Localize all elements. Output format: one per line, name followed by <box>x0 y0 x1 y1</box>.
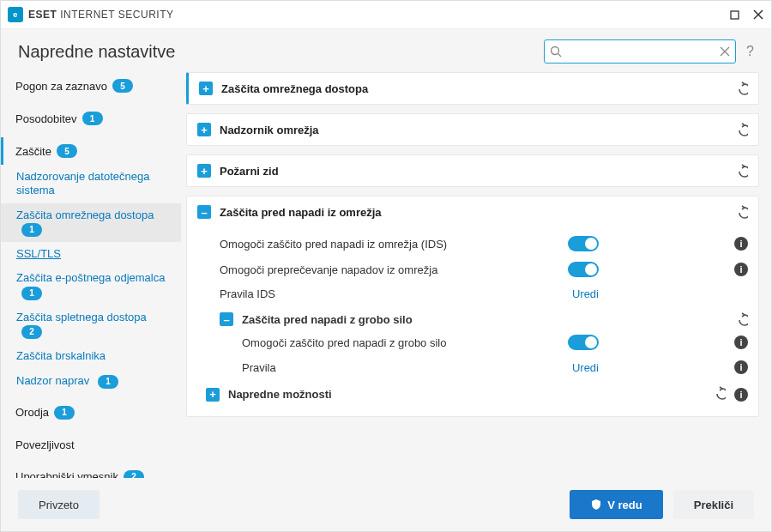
clear-search-icon[interactable] <box>720 46 730 57</box>
sidebar-sub-device-control[interactable]: Nadzor naprav 1 <box>1 369 181 394</box>
info-icon[interactable]: i <box>734 388 748 402</box>
subsection-brute-force[interactable]: – Zaščita pred napadi z grobo silo <box>197 305 748 329</box>
window-close-icon[interactable] <box>752 9 764 21</box>
edit-link[interactable]: Uredi <box>572 287 599 300</box>
expand-icon[interactable]: + <box>197 123 211 136</box>
sidebar-sub-label: Zaščita omrežnega dostopa <box>16 209 154 221</box>
collapse-icon[interactable]: – <box>197 205 211 219</box>
app-brand: e ESET INTERNET SECURITY <box>8 7 173 22</box>
default-button[interactable]: Privzeto <box>18 490 100 519</box>
setting-row-bruteforce-enable: Omogoči zaščito pred napadi z grobo silo… <box>197 329 748 355</box>
shield-icon <box>590 499 602 511</box>
info-icon[interactable]: i <box>734 336 748 349</box>
setting-row-ids-rules: Pravila IDS Uredi <box>197 282 748 305</box>
brand-rest: INTERNET SECURITY <box>60 9 173 21</box>
sidebar-item-label: Orodja <box>15 406 49 419</box>
sidebar-item-update[interactable]: Posodobitev 1 <box>1 105 181 132</box>
info-icon[interactable]: i <box>734 237 748 251</box>
panel-title: Požarni zid <box>220 165 279 178</box>
toggle-ids[interactable] <box>568 236 599 251</box>
button-label: Privzeto <box>39 499 79 511</box>
panel-network-access-protection: + Zaščita omrežnega dostopa <box>186 72 759 105</box>
search-icon <box>550 45 562 57</box>
ok-button[interactable]: V redu <box>570 490 662 519</box>
subsection-title: Zaščita pred napadi z grobo silo <box>242 313 413 326</box>
expand-icon[interactable]: + <box>206 388 220 402</box>
setting-row-prevent-attacks: Omogoči preprečevanje napadov iz omrežja… <box>197 257 748 282</box>
sidebar-sub-network-access[interactable]: Zaščita omrežnega dostopa 1 <box>1 203 181 243</box>
toggle-bruteforce[interactable] <box>568 335 599 350</box>
panel-title: Zaščita omrežnega dostopa <box>221 82 368 95</box>
button-label: V redu <box>607 499 642 511</box>
count-badge: 5 <box>112 79 133 93</box>
panel-header[interactable]: + Zaščita omrežnega dostopa <box>189 73 758 104</box>
subsection-title: Napredne možnosti <box>228 388 332 401</box>
sidebar-sub-browser[interactable]: Zaščita brskalnika <box>1 344 181 368</box>
revert-icon[interactable] <box>734 82 748 95</box>
brand-bold: ESET <box>28 9 57 21</box>
sidebar-sub-label: SSL/TLS <box>16 247 61 260</box>
panel-firewall: + Požarni zid <box>186 154 759 187</box>
panel-network-attack-protection: – Zaščita pred napadi iz omrežja Omogoči… <box>186 196 759 417</box>
setting-label: Omogoči preprečevanje napadov iz omrežja <box>220 263 561 276</box>
expand-icon[interactable]: + <box>199 82 213 95</box>
setting-label: Omogoči zaščito pred napadi iz omrežja (… <box>220 238 561 251</box>
revert-icon[interactable] <box>734 205 748 219</box>
sidebar-sub-filesystem[interactable]: Nadzorovanje datotečnega sistema <box>1 165 181 203</box>
sidebar-item-label: Pogon za zaznavo <box>15 80 107 93</box>
sidebar-item-connectivity[interactable]: Povezljivost <box>1 432 181 458</box>
sidebar-item-detection-engine[interactable]: Pogon za zaznavo 5 <box>1 72 181 100</box>
eset-logo-icon: e <box>8 7 23 22</box>
panel-title: Nadzornik omrežja <box>220 124 319 136</box>
sidebar-sub-web-access[interactable]: Zaščita spletnega dostopa 2 <box>1 305 181 345</box>
cancel-button[interactable]: Prekliči <box>673 490 754 519</box>
info-icon[interactable]: i <box>734 263 748 276</box>
svg-point-3 <box>552 47 559 55</box>
count-badge: 5 <box>57 144 77 158</box>
panel-header[interactable]: – Zaščita pred napadi iz omrežja <box>187 196 758 227</box>
setting-row-bruteforce-rules: Pravila Uredi i <box>197 355 748 379</box>
count-badge: 2 <box>21 325 42 339</box>
panel-header[interactable]: + Požarni zid <box>187 155 758 186</box>
count-badge: 1 <box>82 112 103 125</box>
search-input[interactable] <box>562 45 720 58</box>
toggle-prevent-attacks[interactable] <box>568 262 599 277</box>
page-title: Napredne nastavitve <box>18 42 175 62</box>
setting-label: Pravila IDS <box>220 287 565 300</box>
svg-rect-0 <box>731 11 739 19</box>
sidebar-sub-label: Nadzor naprav <box>16 374 89 387</box>
panel-network-inspector: + Nadzornik omrežja <box>186 113 759 146</box>
svg-line-4 <box>558 54 562 57</box>
count-badge: 1 <box>21 287 42 300</box>
revert-icon[interactable] <box>734 312 748 326</box>
subsection-actions: i <box>712 386 748 402</box>
edit-link[interactable]: Uredi <box>572 361 599 374</box>
search-box[interactable] <box>544 39 736 63</box>
revert-icon[interactable] <box>734 123 748 136</box>
sidebar-sub-label: Nadzorovanje datotečnega sistema <box>16 170 149 196</box>
count-badge: 2 <box>124 470 144 478</box>
main-content: + Zaščita omrežnega dostopa + Nadzornik … <box>181 72 771 478</box>
help-button[interactable]: ? <box>746 44 754 59</box>
panel-header[interactable]: + Nadzornik omrežja <box>187 114 758 145</box>
revert-icon[interactable] <box>734 164 748 178</box>
sidebar: Pogon za zaznavo 5 Posodobitev 1 Zaščite… <box>1 72 181 478</box>
setting-label: Omogoči zaščito pred napadi z grobo silo <box>242 336 561 349</box>
sidebar-item-label: Posodobitev <box>15 112 77 125</box>
collapse-icon[interactable]: – <box>220 312 233 326</box>
setting-row-ids: Omogoči zaščito pred napadi iz omrežja (… <box>197 231 748 257</box>
expand-icon[interactable]: + <box>197 164 211 178</box>
sidebar-sub-ssl-tls[interactable]: SSL/TLS <box>1 242 181 266</box>
sidebar-item-protections[interactable]: Zaščite 5 <box>1 137 181 165</box>
revert-icon[interactable] <box>712 386 726 402</box>
sidebar-item-tools[interactable]: Orodja 1 <box>1 399 181 426</box>
sidebar-sub-label: Zaščita spletnega dostopa <box>16 311 147 323</box>
panel-title: Zaščita pred napadi iz omrežja <box>220 206 382 219</box>
count-badge: 1 <box>21 223 42 237</box>
window-maximize-icon[interactable] <box>728 9 740 21</box>
sidebar-item-ui[interactable]: Uporabniški vmesnik 2 <box>1 463 181 478</box>
subsection-advanced-options[interactable]: + Napredne možnosti i <box>197 379 748 406</box>
setting-label: Pravila <box>242 361 565 374</box>
sidebar-sub-email-client[interactable]: Zaščita e-poštnega odjemalca 1 <box>1 266 181 305</box>
info-icon[interactable]: i <box>734 360 748 374</box>
